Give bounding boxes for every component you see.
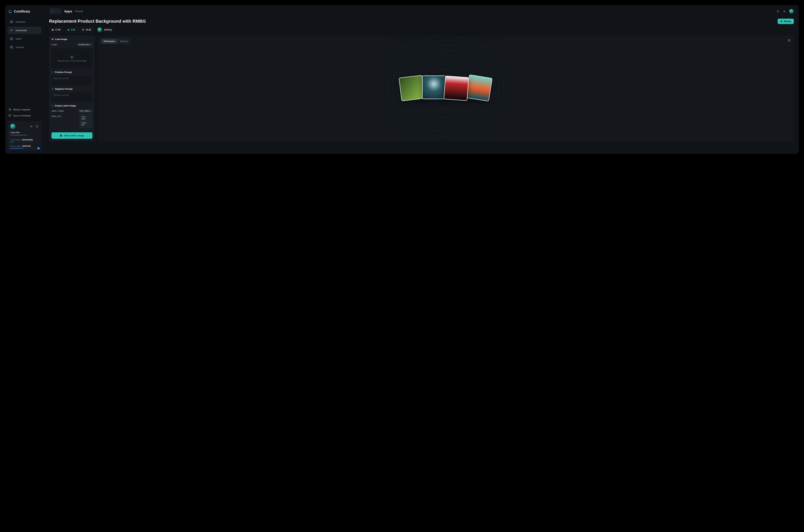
author[interactable]: Jimmy [97,27,112,32]
back-button[interactable] [50,9,55,14]
positive-prompt-placeholder: Type your prompt [53,77,69,79]
remix-button[interactable]: Remix [778,19,794,24]
user-card: Luka Alex Thomas@gmail.com Used credits … [7,121,41,151]
used-credits-bar [10,142,39,142]
chevron-down-icon [90,110,91,112]
sidebar-item-feedback[interactable]: Give us Feedback [7,113,41,118]
sidebar-item-billing[interactable]: Billing & Upgrade [7,107,41,112]
plays-chip[interactable]: 17.4K [49,27,63,33]
svg-point-6 [83,30,83,30]
drop-hint: Drag and drop or click to upload image [57,60,87,62]
map-icon [10,20,14,24]
svg-point-0 [11,10,12,11]
user-name: Luka Alex [10,131,39,134]
bell-icon[interactable] [776,10,780,13]
share-icon [788,39,790,42]
scan-icon [52,88,54,90]
page-head: Replacement Product Background with RMBG… [49,19,794,24]
cart-icon [8,108,11,111]
wh-label: width x height [52,110,64,112]
history-nav [49,8,61,15]
sliders-icon[interactable] [783,10,786,13]
showcase-cards [398,76,493,100]
author-avatar [97,27,102,32]
wh-option[interactable]: 720 x 1080 [79,115,92,121]
chat-icon [8,114,11,117]
content: Replacement Product Background with RMBG… [44,18,799,146]
run-label: 200 Credits / image [64,134,84,137]
scan-icon [52,104,54,107]
chevron-down-icon [90,44,91,45]
extra-credits-value: 1200/2340 [22,145,31,147]
brand-name: Comflowy [14,10,30,13]
tab-feed[interactable]: Feed [75,10,83,13]
negative-prompt-placeholder: Type your prompt [53,94,69,96]
views-value: 24.4K [86,28,91,31]
run-button[interactable]: 200 Credits / image [52,132,92,139]
showcase-card[interactable] [444,76,469,101]
sidebar-item-label: Model [16,38,21,40]
book-icon [10,45,14,49]
wh-select[interactable]: 720 x 1080 [78,109,92,113]
heart-icon [68,29,70,31]
svg-point-2 [10,110,11,111]
user-email: Thomas@gmail.com [10,134,39,136]
image-field-row: image PoseArt.png [52,43,92,46]
extra-credits-label: Extra credits [10,145,20,147]
forward-button[interactable] [56,9,60,14]
sidebar-item-workflows[interactable]: Workflows [7,18,41,25]
svg-point-8 [52,39,53,39]
showcase-card[interactable] [422,75,446,99]
wh-option[interactable]: 1440 x 940 [79,121,92,127]
image-filename-select[interactable]: PoseArt.png [77,43,92,46]
secondary-nav: Billing & Upgrade Give us Feedback [7,107,41,118]
used-credits-row: Used credits 8342/100000 [10,139,39,141]
tab-results[interactable]: Results [118,39,130,43]
image-filename: PoseArt.png [78,43,89,45]
batch-label: batch_size [52,115,61,117]
sidebar-item-community[interactable]: Community [7,26,41,34]
sidebar-item-label: Tutorials [16,46,24,49]
negative-prompt-title: Negative Prompt [52,88,92,90]
plays-value: 17.4K [55,28,61,31]
share-button[interactable] [787,39,791,42]
primary-nav: Workflows Community Model Tutorials [7,18,41,51]
app-shell: Comflowy Workflows Community Model Tutor… [5,5,799,154]
top-avatar[interactable] [789,9,794,14]
svg-rect-4 [781,20,782,22]
add-credits-button[interactable]: + [37,147,40,150]
settings-icon[interactable] [30,125,33,128]
svg-rect-7 [52,39,54,40]
showcase-card[interactable] [465,74,492,101]
image-dropzone[interactable]: Drag and drop or click to upload image [52,49,92,69]
meta-row: 17.4K 4.4K 24.4K Jimmy [49,27,794,33]
sidebar-item-label: Workflows [16,21,26,23]
brand-logo-icon [8,10,12,13]
sidebar-item-label: Billing & Upgrade [13,108,30,111]
tab-apps[interactable]: Apps [64,10,72,13]
form-panel: Load Image image PoseArt.png Drag and dr… [49,36,95,141]
sidebar-item-tutorials[interactable]: Tutorials [7,43,41,51]
negative-prompt-input[interactable]: Type your prompt [52,93,92,102]
svg-point-10 [71,57,72,57]
sidebar: Comflowy Workflows Community Model Tutor… [5,5,44,154]
tab-showcases[interactable]: Showcases [101,39,117,43]
scan-icon [52,71,54,73]
top-tabs: Apps Feed [64,10,83,13]
page-title: Replacement Product Background with RMBG [49,19,146,24]
image-field-label: image [52,43,57,46]
author-name: Jimmy [104,28,112,32]
likes-value: 4.4K [71,28,75,31]
bell-icon[interactable] [35,125,39,128]
user-avatar[interactable] [10,124,16,129]
svg-rect-3 [781,21,782,22]
positive-prompt-title: Positive Prompt [52,71,92,73]
showcase-card[interactable] [398,75,425,101]
extra-credits-row: Extra credits 1200/2340 [10,145,39,147]
cube-icon [10,37,14,41]
brand[interactable]: Comflowy [7,8,41,17]
positive-prompt-input[interactable]: Type your prompt [52,76,92,85]
sidebar-item-model[interactable]: Model [7,35,41,42]
views-chip[interactable]: 24.4K [79,27,94,33]
likes-chip[interactable]: 4.4K [65,27,78,33]
